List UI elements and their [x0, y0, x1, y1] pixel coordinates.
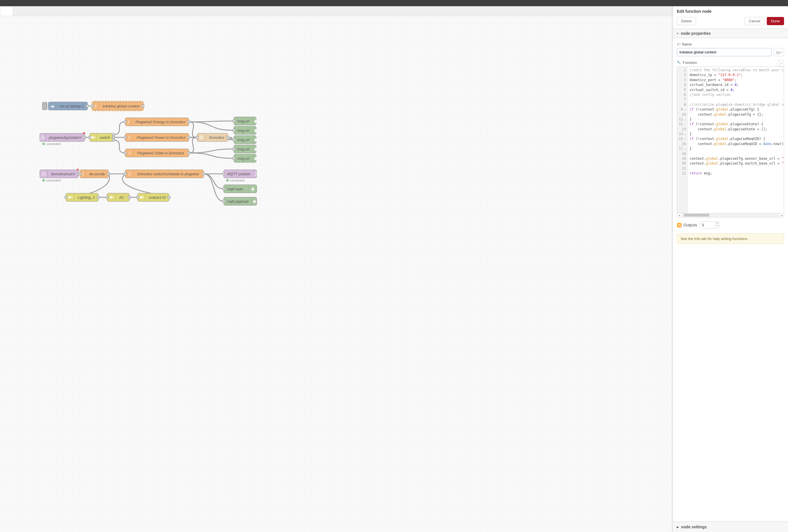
- output-port-2[interactable]: [112, 139, 115, 142]
- node-inject1[interactable]: run at startup 1: [48, 102, 88, 110]
- tray-title: Edit function node: [677, 9, 784, 14]
- node-mqttout[interactable]: MQTT publish: [223, 170, 257, 178]
- input-port[interactable]: [233, 120, 235, 122]
- output-port[interactable]: [141, 105, 144, 107]
- cancel-button[interactable]: Cancel: [744, 17, 764, 25]
- output-port[interactable]: [128, 196, 131, 199]
- expand-icon: ⤢: [780, 62, 782, 65]
- caret-down-icon: ▾: [677, 32, 678, 35]
- input-port[interactable]: [124, 120, 127, 123]
- node-switch1[interactable]: switch: [90, 133, 114, 142]
- node-dejson[interactable]: ƒde-jsonify: [80, 170, 109, 178]
- input-port[interactable]: [222, 172, 225, 175]
- node-dbg6[interactable]: mqtt topic: [223, 185, 257, 193]
- node-label: msg.url: [234, 147, 253, 151]
- node-fState[interactable]: ƒPlugwise2 State to Domoticz: [125, 149, 189, 157]
- input-port[interactable]: [64, 196, 67, 199]
- name-appearance-button[interactable]: 📖 ▾: [774, 48, 784, 56]
- node-dbg4[interactable]: msg.url: [234, 145, 256, 153]
- editor-h-scrollbar[interactable]: ◂ ▸: [677, 213, 784, 218]
- input-port[interactable]: [222, 187, 225, 190]
- outputs-input[interactable]: [700, 222, 715, 228]
- output-port[interactable]: [97, 196, 100, 199]
- node-label: Lighting_2: [74, 195, 98, 200]
- bug-icon: [253, 117, 258, 125]
- node-status: connected: [226, 179, 244, 182]
- node-mqttin1[interactable]: plugwise2py/state/#: [40, 133, 85, 142]
- input-port[interactable]: [106, 196, 109, 199]
- flow-tab[interactable]: [0, 6, 13, 16]
- node-dbg5[interactable]: msg.url: [234, 154, 256, 163]
- input-port[interactable]: [79, 172, 81, 175]
- wrench-icon: 🔧: [677, 61, 681, 64]
- edit-tray: Edit function node Delete Cancel Done ▾ …: [673, 6, 788, 532]
- node-fEnergy[interactable]: ƒPlugwise2 Energy to Domoticz: [125, 118, 189, 126]
- node-properties-label: node properties: [681, 31, 711, 36]
- node-label: MQTT publish: [224, 172, 254, 176]
- node-settings-header[interactable]: ▸ node settings: [673, 521, 788, 532]
- node-properties-header[interactable]: ▾ node properties: [673, 28, 788, 38]
- flow-canvas[interactable]: run at startup 1ƒInitialise global conte…: [0, 6, 673, 532]
- app-top-bar: [0, 0, 788, 6]
- input-port[interactable]: [233, 157, 235, 160]
- input-port[interactable]: [88, 136, 91, 139]
- inject-button[interactable]: [42, 102, 47, 110]
- output-port[interactable]: [187, 151, 190, 154]
- node-mqttin2[interactable]: domoticz/out/#: [40, 170, 79, 178]
- node-label: AC: [116, 195, 129, 200]
- name-input[interactable]: [677, 48, 772, 56]
- output-port[interactable]: [187, 136, 190, 139]
- node-status: connected: [42, 179, 61, 182]
- output-port-1[interactable]: [112, 136, 115, 139]
- input-port[interactable]: [196, 136, 199, 139]
- node-dbg3[interactable]: msg.url: [234, 136, 256, 144]
- svg-text:ƒ: ƒ: [95, 104, 97, 108]
- input-port[interactable]: [91, 105, 94, 107]
- input-port[interactable]: [233, 138, 235, 141]
- flow-wires: [0, 6, 673, 532]
- output-port[interactable]: [187, 120, 190, 123]
- bug-icon: [253, 145, 258, 153]
- scroll-left-icon[interactable]: ◂: [677, 214, 681, 217]
- input-port[interactable]: [136, 196, 139, 199]
- input-port[interactable]: [222, 200, 225, 203]
- node-label: plugwise2py/state/#: [45, 136, 85, 140]
- spin-up-icon[interactable]: ▲: [715, 222, 719, 224]
- caret-down-icon: ▾: [781, 51, 782, 54]
- node-dbg2[interactable]: msg.url: [234, 126, 256, 135]
- output-port[interactable]: [86, 105, 89, 107]
- node-dbg7[interactable]: mqtt payload: [223, 197, 257, 205]
- rss-icon: [40, 134, 45, 141]
- input-port[interactable]: [233, 129, 235, 132]
- output-port[interactable]: [202, 172, 205, 175]
- node-sAC[interactable]: AC: [107, 193, 130, 202]
- node-init[interactable]: ƒInitialise global context: [92, 102, 143, 110]
- done-button[interactable]: Done: [767, 17, 784, 25]
- bug-icon: [248, 185, 257, 193]
- node-http1[interactable]: Domoticz: [197, 133, 228, 142]
- input-port[interactable]: [124, 151, 127, 154]
- output-port[interactable]: [226, 136, 229, 139]
- expand-editor-button[interactable]: ⤢: [778, 60, 784, 66]
- input-port[interactable]: [233, 147, 235, 150]
- delete-button[interactable]: Delete: [677, 17, 696, 25]
- node-fPower[interactable]: ƒPlugwise2 Power to Domoticz: [125, 133, 189, 142]
- bug-icon: [253, 154, 258, 162]
- spin-down-icon[interactable]: ▼: [715, 224, 719, 227]
- node-fSched[interactable]: ƒDomoticz switch/schedule to plugwise: [125, 170, 204, 178]
- output-port-0[interactable]: [112, 133, 115, 136]
- output-port[interactable]: [83, 136, 86, 139]
- node-label: msg.url: [234, 119, 253, 123]
- input-port[interactable]: [124, 136, 127, 139]
- node-dbg1[interactable]: msg.url: [234, 117, 256, 125]
- input-port[interactable]: [124, 172, 127, 175]
- scroll-right-icon[interactable]: ▸: [780, 214, 784, 217]
- node-sVal[interactable]: svalue1=0: [138, 193, 169, 202]
- scroll-thumb[interactable]: [684, 214, 709, 217]
- output-port[interactable]: [168, 196, 170, 199]
- output-port[interactable]: [107, 172, 110, 175]
- node-sLight[interactable]: Lighting_2: [66, 193, 98, 202]
- function-label: 🔧 Function: [677, 61, 697, 65]
- function-editor[interactable]: 12345678910111213141516171819202122 //ed…: [677, 66, 784, 213]
- outputs-spinner[interactable]: ▲ ▼: [700, 221, 720, 228]
